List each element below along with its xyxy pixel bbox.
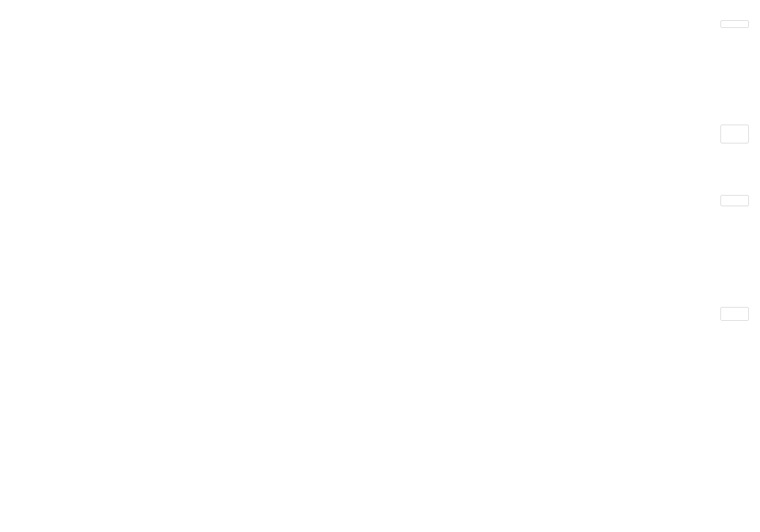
orange-dot-swatch (731, 310, 733, 313)
legend-item-mag (725, 202, 743, 204)
plot1-legend-magagasc (720, 20, 749, 28)
legend-item-notok (725, 128, 743, 130)
legend-item-ok (725, 138, 743, 140)
red-line-swatch (725, 202, 739, 204)
legend-item-mag-obsid (725, 198, 743, 200)
black-dot-swatch (731, 315, 733, 318)
legend-item-highlighted (725, 133, 743, 135)
plot1-legend-points (720, 125, 749, 143)
plot2-legend-lines (720, 195, 749, 206)
red-dot-swatch (731, 128, 733, 130)
figure-canvas (0, 0, 760, 532)
legend-item-mag-agasc (725, 23, 743, 25)
green-line-swatch (725, 23, 739, 25)
plot2-legend-points (720, 307, 749, 321)
black-dot-swatch (731, 138, 733, 140)
legend-item-highlighted (725, 310, 743, 313)
plots-canvas (0, 0, 760, 532)
orange-dot-swatch (731, 133, 733, 135)
legend-item-ok (725, 315, 743, 318)
orange-line-swatch (725, 198, 739, 200)
